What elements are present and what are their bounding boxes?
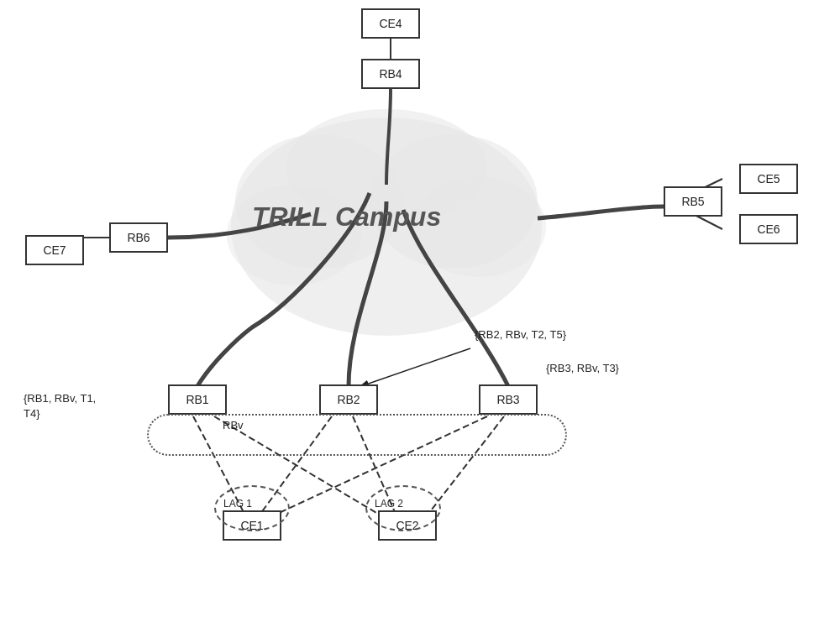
lag2-label: LAG 2 [375,497,403,511]
rb3-set-annotation: {RB3, RBv, T3} [546,361,619,376]
svg-point-4 [227,185,361,285]
node-CE7: CE7 [25,235,84,265]
node-CE4: CE4 [361,8,420,39]
lag1-label: LAG 1 [223,497,252,511]
node-RB1: RB1 [168,384,227,415]
trill-campus-label: TRILL Campus [252,201,441,233]
rb1-set-annotation: {RB1, RBv, T1, T4} [24,376,96,422]
node-RB3: RB3 [479,384,538,415]
rb2-set-annotation: {RB2, RBv, T2, T5} [475,327,566,342]
rbv-boundary [147,414,567,456]
node-CE6: CE6 [739,214,798,244]
node-RB4: RB4 [361,59,420,89]
node-CE5: CE5 [739,164,798,194]
network-diagram: CE4 RB4 CE5 CE6 RB5 CE7 RB6 RB1 RB2 RB3 … [0,0,840,617]
node-RB6: RB6 [109,222,168,253]
node-RB2: RB2 [319,384,378,415]
rbv-label: RBv [223,418,244,433]
node-RB5: RB5 [664,186,722,217]
svg-line-16 [361,348,470,386]
